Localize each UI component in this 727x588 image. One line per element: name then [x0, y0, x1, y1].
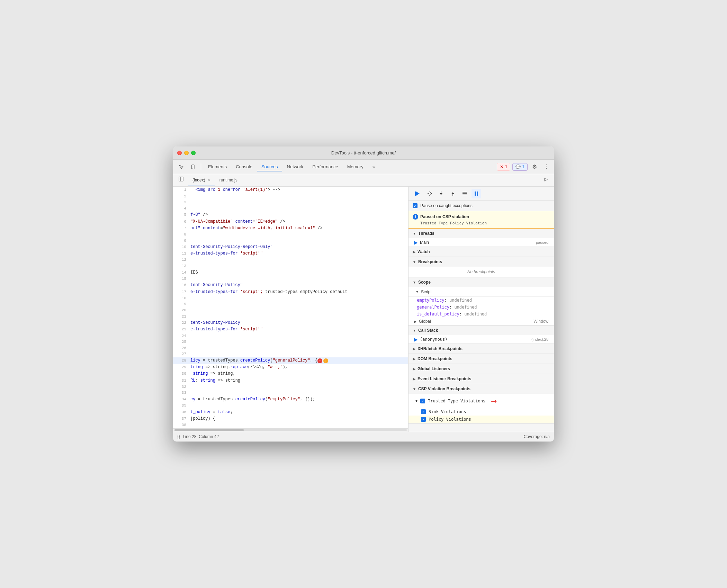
trusted-type-violations-row[interactable]: ▼ ✓ Trusted Type Violations → [409, 394, 554, 408]
code-line-2: 2 [173, 194, 408, 200]
watch-header[interactable]: ▶ Watch [409, 247, 554, 257]
file-tab-runtime[interactable]: runtime.js [215, 174, 242, 186]
settings-button[interactable]: ⚙ [530, 162, 539, 172]
svg-rect-5 [415, 191, 416, 196]
scope-var-emptypolicy: emptyPolicy: undefined [409, 297, 554, 304]
code-line-16: 16 tent-Security-Policy" [173, 282, 408, 288]
more-options-button[interactable]: ⋮ [541, 162, 551, 172]
dom-label: DOM Breakpoints [418, 356, 452, 361]
scope-script-header[interactable]: ▼ Script [409, 287, 554, 297]
code-line-8: 8 [173, 232, 408, 238]
callstack-body: ▶ (anonymous) (index):28 [409, 335, 554, 344]
file-tab-runtime-label: runtime.js [219, 178, 237, 182]
tab-navigation: Elements Console Sources Network Perform… [204, 162, 495, 171]
sink-violations-row[interactable]: ✓ Sink Violations [409, 408, 554, 416]
code-line-13: 13 [173, 263, 408, 269]
code-line-23: 23 e-trusted-types-for 'script'" [173, 326, 408, 333]
devtools-window: DevTools - tt-enforced.glitch.me/ Elemen… [173, 146, 554, 441]
pause-on-exception-btn[interactable] [472, 189, 481, 198]
xhr-header[interactable]: ▶ XHR/fetch Breakpoints [409, 344, 554, 354]
code-line-33: 33 [173, 390, 408, 396]
scope-global-triangle: ▶ [414, 320, 417, 323]
breakpoints-header[interactable]: ▼ Breakpoints [409, 257, 554, 267]
callstack-item-0[interactable]: ▶ (anonymous) (index):28 [409, 335, 554, 344]
callstack-header[interactable]: ▼ Call Stack [409, 326, 554, 335]
traffic-lights [177, 151, 196, 155]
svg-rect-16 [477, 191, 478, 196]
ttv-checkbox[interactable]: ✓ [420, 399, 425, 403]
tab-more[interactable]: » [368, 162, 379, 171]
resume-icon [415, 191, 420, 196]
step-out-btn[interactable] [448, 189, 458, 198]
tab-memory[interactable]: Memory [343, 162, 368, 171]
threads-header[interactable]: ▼ Threads [409, 229, 554, 238]
tab-elements[interactable]: Elements [204, 162, 231, 171]
breakpoints-label: Breakpoints [418, 259, 442, 264]
scope-global-row[interactable]: ▶ Global Window [409, 318, 554, 325]
error-badge[interactable]: ✕ 1 [497, 163, 511, 171]
csp-violation-banner: i Paused on CSP violation Trusted Type P… [409, 211, 554, 229]
policy-checkbox[interactable]: ✓ [421, 417, 426, 422]
scope-var-generalpolicy: generalPolicy: undefined [409, 304, 554, 311]
thread-main-label: Main [420, 240, 429, 245]
csp-detail: Trusted Type Policy Violation [413, 221, 550, 225]
global-listeners-section: ▶ Global Listeners [409, 364, 554, 374]
tab-performance[interactable]: Performance [308, 162, 342, 171]
code-line-22: 22 tent-Security-Policy" [173, 320, 408, 326]
code-line-3: 3 [173, 199, 408, 206]
code-line-30: 30 string => string, [173, 371, 408, 377]
code-line-18: 18 [173, 295, 408, 302]
scope-section: ▼ Scope ▼ Script emptyPolicy: undefined … [409, 277, 554, 326]
minimize-button[interactable] [184, 151, 189, 155]
scope-global-label: Global [419, 319, 431, 324]
callstack-loc-label: (index):28 [531, 337, 548, 341]
callstack-triangle: ▼ [413, 329, 416, 332]
csp-vb-body: ▼ ✓ Trusted Type Violations → ✓ Sink Vio… [409, 394, 554, 423]
code-line-5: 5 f-8" /> [173, 212, 408, 218]
cursor-icon-btn[interactable] [176, 162, 186, 172]
tab-console[interactable]: Console [232, 162, 257, 171]
maximize-button[interactable] [191, 151, 196, 155]
tab-sources[interactable]: Sources [257, 162, 282, 171]
step-out-icon [450, 191, 456, 196]
braces-icon[interactable]: {} [177, 434, 180, 439]
resume-btn[interactable] [413, 189, 422, 198]
svg-marker-4 [416, 191, 420, 196]
code-line-28: 28 licy = trustedTypes.createPolicy("gen… [173, 357, 408, 364]
deactivate-btn[interactable] [460, 189, 469, 198]
step-over-btn[interactable] [424, 189, 434, 198]
message-badge[interactable]: 💬 1 [512, 163, 528, 171]
scope-header[interactable]: ▼ Scope [409, 277, 554, 287]
code-line-9: 9 [173, 238, 408, 244]
run-snippet-btn[interactable]: ▷ [541, 174, 551, 184]
horizontal-scrollbar[interactable] [173, 428, 408, 432]
event-listener-header[interactable]: ▶ Event Listener Breakpoints [409, 374, 554, 384]
file-tab-index-close[interactable]: ✕ [207, 178, 210, 182]
xhr-breakpoints-section: ▶ XHR/fetch Breakpoints [409, 344, 554, 354]
scrollbar-thumb[interactable] [174, 429, 244, 431]
tab-network[interactable]: Network [283, 162, 308, 171]
mobile-icon-btn[interactable] [188, 162, 198, 172]
svg-marker-9 [440, 193, 442, 195]
code-line-27: 27 [173, 351, 408, 357]
pause-exceptions-checkbox[interactable]: ✓ [413, 203, 418, 208]
csp-vb-header[interactable]: ▼ CSP Violation Breakpoints [409, 384, 554, 394]
close-button[interactable] [177, 151, 182, 155]
file-panel-toggle[interactable] [176, 174, 186, 184]
csp-vb-triangle: ▼ [413, 387, 416, 391]
policy-violations-row[interactable]: ✓ Policy Violations [409, 416, 554, 423]
code-line-29: 29 tring => string.replace(/\</g, "&lt;"… [173, 364, 408, 371]
code-line-20: 20 [173, 308, 408, 314]
dom-header[interactable]: ▶ DOM Breakpoints [409, 354, 554, 364]
dom-triangle: ▶ [413, 357, 415, 361]
global-listeners-header[interactable]: ▶ Global Listeners [409, 364, 554, 374]
file-tab-index[interactable]: (index) ✕ [188, 174, 215, 186]
scope-script-triangle: ▼ [415, 290, 419, 294]
step-into-btn[interactable] [436, 189, 446, 198]
scope-triangle: ▼ [413, 280, 416, 284]
code-editor[interactable]: 1 <img src=1 onerror='alert(1)'> --> 2 3… [173, 187, 408, 428]
callstack-func-label: (anonymous) [420, 337, 447, 342]
scope-var-generalpolicy-name: generalPolicy [417, 305, 449, 310]
sink-checkbox[interactable]: ✓ [421, 409, 426, 414]
svg-marker-11 [451, 192, 454, 194]
